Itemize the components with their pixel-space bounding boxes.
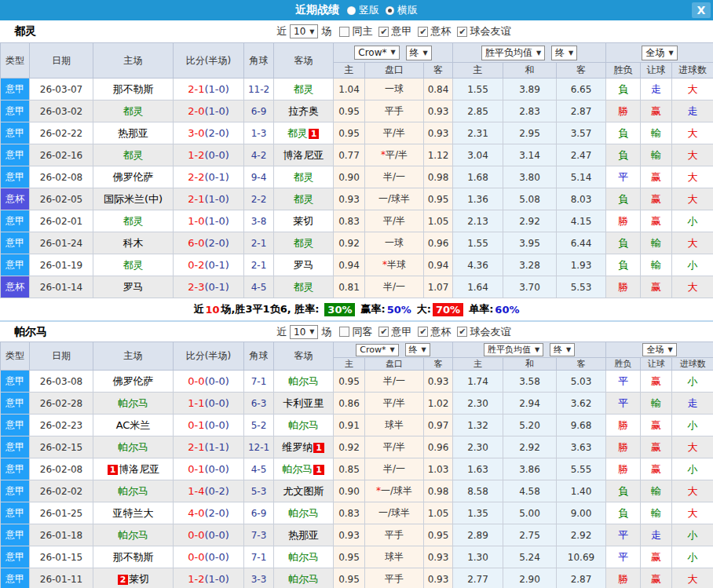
chevron-down-icon: ▼ — [566, 346, 571, 353]
odds-home-cell: 0.92 — [334, 232, 365, 254]
corners-cell: 3-8 — [244, 210, 274, 232]
corners-cell: 4-5 — [244, 458, 274, 480]
coppa-checkbox[interactable] — [418, 27, 428, 37]
serie-a-checkbox[interactable] — [378, 327, 389, 337]
handicap-result-cell: 輸 — [641, 480, 672, 502]
serie-a-label[interactable]: 意甲 — [391, 24, 411, 38]
match-row: 意甲26-01-112莱切1-2(1-0)3-3帕尔马0.95平手0.932.7… — [1, 568, 713, 588]
chevron-down-icon: ▼ — [536, 49, 541, 57]
chevron-down-icon: ▼ — [390, 346, 395, 353]
away-team-cell: 帕尔马 — [274, 546, 334, 568]
scope-select[interactable]: 全场▼ — [642, 46, 677, 60]
odds-time-select[interactable]: 终▼ — [406, 46, 432, 60]
away-team-cell: 尤文图斯 — [274, 480, 334, 502]
avg-select[interactable]: 胜平负均值▼ — [481, 46, 545, 60]
score-cell: 2-1(1-0) — [174, 79, 244, 100]
handicap-result-cell: 輸 — [641, 232, 672, 254]
corners-cell: 5-3 — [244, 480, 274, 502]
team-label: AC米兰 — [116, 419, 151, 431]
match-row: 意甲26-02-16都灵1-2(0-0)4-2博洛尼亚0.77*平/半1.123… — [1, 144, 713, 166]
same-away-label[interactable]: 同客 — [352, 325, 372, 339]
odds-home-cell: 0.95 — [334, 122, 365, 144]
scope-select[interactable]: 全场▼ — [642, 343, 676, 356]
odds-away-cell: 0.93 — [424, 568, 453, 588]
avg-away-cell: 8.03 — [557, 188, 606, 210]
wdl-result-cell: 平 — [606, 546, 641, 568]
league-cell: 意甲 — [1, 166, 30, 188]
home-team-cell: 罗马 — [93, 276, 174, 298]
col-avg-home: 主 — [453, 63, 503, 79]
chevron-down-icon: ▼ — [569, 49, 573, 57]
horizontal-radio-label[interactable]: 横版 — [397, 3, 418, 17]
home-team-cell: 热那亚 — [93, 122, 174, 144]
match-row: 意甲26-01-18帕尔马0-0(0-0)7-3热那亚0.93平手0.952.8… — [1, 524, 713, 546]
team-label: 帕尔马 — [118, 529, 148, 541]
bookmaker-select[interactable]: Crow*▼ — [354, 46, 399, 60]
match-row: 意杯26-02-05国际米兰(中)2-1(1-0)2-2都灵0.93一/球半0.… — [1, 188, 713, 210]
avg-home-cell: 2.89 — [453, 524, 503, 546]
goals-result-cell: 大 — [672, 122, 713, 144]
team-label: 维罗纳 — [282, 441, 313, 453]
home-team-cell: 佛罗伦萨 — [93, 371, 174, 393]
team-name: 都灵 — [14, 24, 36, 38]
card-badge: 1 — [313, 443, 324, 453]
league-cell: 意甲 — [1, 144, 30, 166]
score-cell: 1-0(1-0) — [174, 210, 244, 232]
avg-select[interactable]: 胜平负均值▼ — [484, 343, 543, 356]
serie-a-label[interactable]: 意甲 — [391, 325, 411, 339]
bookmaker-select[interactable]: Crow*▼ — [356, 344, 398, 356]
team-label: 帕尔马 — [288, 551, 319, 563]
friendly-checkbox[interactable] — [457, 27, 467, 37]
vertical-radio-label[interactable]: 竖版 — [359, 3, 379, 17]
avg-draw-cell: 3.58 — [503, 371, 557, 393]
match-row: 意甲26-02-02帕尔马1-4(0-2)5-3尤文图斯0.90*一/球半0.9… — [1, 480, 713, 502]
col-wdl: 胜负 — [606, 63, 641, 79]
avg-away-cell: 2.87 — [557, 100, 606, 122]
close-icon[interactable]: X — [692, 2, 711, 18]
odds-away-cell: 1.05 — [424, 210, 453, 232]
same-home-checkbox[interactable] — [339, 27, 349, 37]
avg-time-select[interactable]: 终▼ — [550, 343, 575, 356]
section-torino: 都灵 近 10▼ 场 同主 意甲 意杯 球会友谊 类型 日期 — [0, 20, 713, 320]
home-team-cell: 国际米兰(中) — [93, 188, 174, 210]
corners-cell: 6-9 — [244, 100, 274, 122]
avg-group-header: 胜平负均值▼ 终▼ — [453, 342, 606, 358]
away-team-cell: 帕尔马 — [274, 371, 334, 393]
odds-home-cell: 0.95 — [334, 371, 365, 393]
corners-cell: 2-1 — [244, 232, 274, 254]
coppa-label[interactable]: 意杯 — [430, 24, 451, 38]
friendly-label[interactable]: 球会友谊 — [470, 325, 510, 339]
wdl-result-cell: 負 — [606, 79, 641, 100]
vertical-radio[interactable] — [347, 6, 356, 15]
avg-draw-cell: 2.90 — [503, 568, 557, 588]
home-team-cell: 都灵 — [93, 210, 174, 232]
same-away-checkbox[interactable] — [339, 327, 349, 337]
horizontal-radio[interactable] — [386, 6, 394, 15]
match-count-select[interactable]: 10▼ — [290, 24, 318, 38]
team-label: 莱切 — [129, 573, 149, 585]
odds-away-cell: 0.95 — [424, 524, 453, 546]
coppa-label[interactable]: 意杯 — [430, 325, 451, 339]
serie-a-checkbox[interactable] — [378, 27, 389, 37]
away-team-cell: 维罗纳1 — [274, 436, 334, 458]
results-table: 类型 日期 主场 比分(半场) 角球 客场 Crow*▼ 终▼ 胜平负均值▼ 终… — [0, 42, 713, 298]
match-count-select[interactable]: 10▼ — [290, 325, 318, 339]
avg-home-cell: 2.30 — [453, 436, 503, 458]
avg-draw-cell: 2.92 — [503, 210, 557, 232]
avg-draw-cell: 3.95 — [503, 232, 557, 254]
away-team-cell: 卡利亚里 — [274, 393, 334, 415]
avg-home-cell: 1.30 — [453, 546, 503, 568]
col-avg-away: 客 — [557, 63, 606, 79]
score-cell: 0-1(0-0) — [174, 415, 244, 436]
odds-time-select[interactable]: 终▼ — [405, 343, 430, 356]
date-cell: 26-02-01 — [30, 210, 93, 232]
same-home-label[interactable]: 同主 — [352, 24, 372, 38]
friendly-label[interactable]: 球会友谊 — [470, 24, 510, 38]
avg-time-select[interactable]: 终▼ — [551, 46, 577, 60]
odds-away-cell: 1.07 — [424, 276, 453, 298]
handicap-cell: 平手 — [365, 524, 424, 546]
friendly-checkbox[interactable] — [457, 327, 467, 337]
league-cell: 意甲 — [1, 546, 30, 568]
odds-home-cell: 0.90 — [334, 480, 365, 502]
coppa-checkbox[interactable] — [418, 327, 428, 337]
